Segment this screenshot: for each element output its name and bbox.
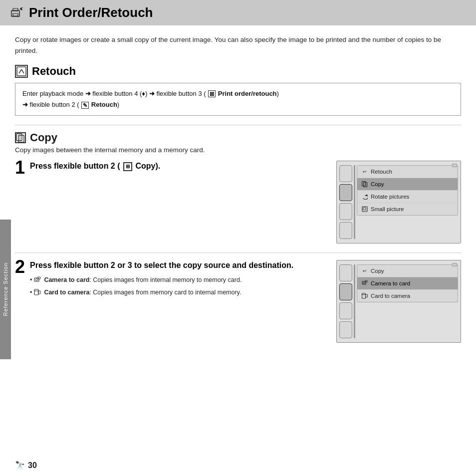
step-2-number: 2 (15, 258, 25, 276)
retouch-heading: Retouch (15, 65, 461, 78)
header-icon (10, 6, 24, 20)
step-2-left: 2 Press flexible button 2 or 3 to select… (15, 260, 328, 300)
svg-rect-1 (13, 13, 18, 16)
svg-line-7 (21, 69, 24, 73)
header-bar: Print Order/Retouch (0, 0, 476, 25)
svg-rect-25 (362, 293, 366, 298)
scroll-indicator-1 (452, 164, 457, 167)
step-2-camera-buttons (339, 263, 352, 339)
step2-cam-btn-4 (339, 321, 352, 338)
svg-rect-5 (17, 67, 26, 76)
cam-btn-2-selected (339, 184, 352, 201)
retouch-menu-icon: ↩ (361, 168, 368, 175)
side-tab-text: Reference Section (2, 262, 8, 316)
instruction-line2: ➜ flexible button 2 ( ✎ Retouch) (22, 101, 119, 108)
step-2-bullets: Camera to card: Copies images from inter… (30, 275, 293, 297)
camera-to-card-label: Camera to card (44, 276, 89, 283)
cam-btn-1 (339, 165, 352, 182)
svg-point-17 (35, 279, 37, 281)
step-2-ui: ↩ Copy Camera to card (336, 260, 461, 343)
binoculars-icon: 🔭 (15, 461, 25, 470)
step2-cam-btn-3 (339, 302, 352, 319)
step-1-text: Press flexible button 2 ( ⊞ Copy). (30, 161, 160, 172)
step-1-number: 1 (15, 159, 25, 177)
step2-menu-title-label: Copy (371, 268, 384, 274)
svg-point-23 (363, 282, 365, 284)
intro-text: Copy or rotate images or create a small … (15, 34, 461, 56)
section-divider-1 (15, 125, 461, 125)
step-1-camera-buttons (339, 164, 352, 240)
step2-cam-btn-1 (339, 264, 352, 281)
small-pic-menu-icon (361, 206, 368, 213)
ui-separator-2 (354, 264, 355, 338)
retouch-section-icon (15, 65, 28, 78)
page-footer: 🔭 30 (15, 461, 37, 470)
step2-card-to-cam-icon (361, 292, 368, 299)
copy-inline-icon: ⊞ (123, 162, 132, 171)
rotate-menu-icon (361, 193, 368, 200)
copy-heading-text: Copy (30, 131, 57, 144)
instruction-box: Enter playback mode ➜ flexible button 4 … (15, 83, 461, 116)
bullet-camera-to-card: Camera to card: Copies images from inter… (30, 275, 293, 285)
retouch-heading-text: Retouch (32, 65, 76, 78)
step-2-container: 2 Press flexible button 2 or 3 to select… (15, 260, 461, 343)
step2-menu-cam-to-card: Camera to card (357, 277, 458, 290)
scroll-indicator-2 (452, 263, 457, 266)
step-2-menu: ↩ Copy Camera to card (357, 263, 458, 339)
page-number: 30 (28, 461, 37, 470)
menu-item-rotate: Rotate pictures (357, 191, 458, 203)
camera-to-card-icon (34, 276, 41, 283)
step-1-container: 1 Press flexible button 2 ( ⊞ Copy). (15, 161, 461, 243)
step-1-left: 1 Press flexible button 2 ( ⊞ Copy). (15, 161, 328, 177)
menu-item-small: Small picture (357, 203, 458, 215)
menu-label-small: Small picture (371, 206, 404, 212)
step2-cam-btn-2-selected (339, 283, 352, 300)
step-divider (15, 252, 461, 253)
menu-item-retouch: ↩ Retouch (357, 166, 458, 178)
card-to-camera-label: Card to camera (44, 289, 89, 296)
copy-description: Copy images between the internal memory … (15, 146, 461, 154)
cam-btn-4 (339, 222, 352, 239)
step2-back-icon: ↩ (361, 267, 368, 274)
instruction-line1: Enter playback mode ➜ flexible button 4 … (22, 90, 279, 97)
main-content: Copy or rotate images or create a small … (0, 25, 476, 361)
bullet-card-to-camera: Card to camera: Copies images from memor… (30, 288, 293, 297)
copy-menu-icon (361, 181, 368, 188)
step2-menu-card-to-cam: Card to camera (357, 290, 458, 302)
card-to-camera-icon (34, 289, 41, 296)
cam-btn-3 (339, 203, 352, 220)
retouch-icon-inline: ✎ (81, 102, 89, 109)
step-1-ui: ↩ Retouch Copy (336, 161, 461, 243)
svg-rect-15 (363, 208, 366, 210)
svg-rect-9 (18, 135, 24, 142)
step2-menu-title: ↩ Copy (357, 265, 458, 277)
svg-rect-19 (34, 289, 38, 295)
step2-cam-to-card-icon (361, 280, 368, 287)
menu-label-retouch: Retouch (371, 169, 392, 175)
side-reference-tab: Reference Section (0, 220, 11, 359)
print-order-icon-inline: ⊠ (208, 90, 216, 97)
step2-card-to-cam-label: Card to camera (371, 293, 410, 299)
page-title: Print Order/Retouch (29, 5, 153, 20)
copy-section-icon (15, 132, 26, 143)
menu-label-copy: Copy (371, 181, 384, 187)
menu-label-rotate: Rotate pictures (371, 194, 409, 200)
copy-heading: Copy (15, 131, 461, 144)
step2-cam-to-card-label: Camera to card (371, 280, 410, 286)
menu-item-copy-selected: Copy (357, 178, 458, 191)
svg-rect-26 (366, 295, 368, 297)
print-retouch-icon (10, 6, 23, 19)
svg-rect-8 (16, 134, 22, 141)
ui-separator (354, 165, 355, 239)
step-2-text: Press flexible button 2 or 3 to select t… (30, 260, 293, 271)
svg-line-6 (19, 69, 21, 73)
step-1-menu: ↩ Retouch Copy (357, 164, 458, 240)
